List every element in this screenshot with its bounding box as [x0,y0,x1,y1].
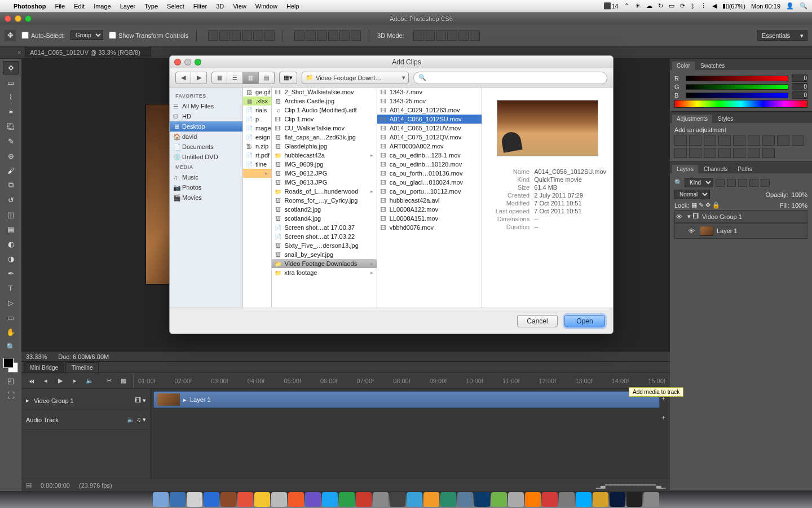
sidebar-item-photos[interactable]: 📷Photos [170,182,242,192]
folder-row[interactable]: 📁Roads_of_L…hunderwood▸ [272,187,376,196]
audio-track[interactable]: Audio Track🔈 ♫ ▾ [21,410,151,430]
adjustment-icon[interactable] [748,135,760,146]
sidebar-item-dvd[interactable]: 💿Untitled DVD [170,152,242,162]
sidebar-item-music[interactable]: ♫Music [170,172,242,182]
sidebar-item-hd[interactable]: ⛁HD [170,111,242,121]
file-row[interactable]: 🎞ca_ou_edinb…10128.mov [377,160,482,169]
file-row[interactable]: 🖼IMG_0612.JPG [272,169,376,178]
align-btn[interactable] [264,30,275,41]
layer-row[interactable]: 👁Layer 1 [674,223,807,239]
spotlight-icon[interactable]: 🔍 [800,2,807,10]
menu-type[interactable]: Type [144,3,158,10]
file-row[interactable]: 🎞ca_ou_portu…10112.mov [377,187,482,196]
adjustment-icon[interactable] [777,135,789,146]
color-swatch[interactable] [3,358,18,373]
prev-frame-button[interactable]: ◂ [41,376,51,386]
tab-timeline[interactable]: Timeline [65,362,99,373]
file-row[interactable]: 🎞ART0000A002.mov [377,142,482,151]
file-row[interactable]: ▸ [243,169,271,178]
shape-tool[interactable]: ▭ [3,310,19,324]
brush-tool[interactable]: 🖌 [3,164,19,177]
pen-tool[interactable]: ✒ [3,266,19,280]
menu-image[interactable]: Image [94,3,111,10]
file-row[interactable]: 🎞vbbhd0076.mov [377,223,482,232]
file-row[interactable]: 🎞2_Shot_Walkietalkie.mov [272,87,376,97]
dock-app-icon[interactable] [423,492,439,507]
file-row[interactable]: 📄p [243,115,271,124]
g-input[interactable] [792,83,807,90]
tab-layers[interactable]: Layers [672,165,698,173]
folder-row[interactable]: 📁Video Footage Downlaods▸ [272,259,376,268]
close-window-button[interactable] [5,15,11,22]
align-btn[interactable] [208,30,218,41]
move-tool[interactable]: ✥ [3,61,19,75]
show-transform-checkbox[interactable]: Show Transform Controls [109,32,188,39]
zoom-level[interactable]: 33.33% [26,353,47,360]
display-icon[interactable]: ▭ [669,2,674,10]
adjustment-icon[interactable] [733,148,745,158]
sidebar-item-movies[interactable]: 🎬Movies [170,192,242,203]
dodge-tool[interactable]: ◑ [3,252,19,265]
filter-icon[interactable] [761,179,770,187]
tab-paths[interactable]: Paths [733,165,757,173]
distribute-btn[interactable] [328,30,338,41]
volume-icon[interactable]: ◀ [712,2,717,10]
adjustment-icon[interactable] [718,148,731,158]
file-row[interactable]: 📄Screen shot…at 17.03.22 [272,232,376,241]
timeline-ruler[interactable]: 01:00f02:00f03:00f04:00f05:00f06:00f07:0… [133,373,665,388]
coverflow-view-button[interactable]: ▤ [259,72,275,84]
file-row[interactable]: ▦.xlsx [243,97,271,106]
dock-app-icon[interactable] [170,492,186,507]
dock-app-icon[interactable] [356,492,372,507]
file-row[interactable]: 🖼Sixty_Five_…derson13.jpg [272,241,376,250]
wifi-icon[interactable]: ⋮ [700,2,707,10]
bluetooth-icon[interactable]: ᛒ [691,3,695,10]
icon-view-button[interactable]: ▦ [211,72,227,84]
dock-app-icon[interactable] [237,492,253,507]
layer-group-row[interactable]: 👁▾ 🎞Video Group 1 [674,210,807,223]
file-row[interactable]: 🖼Archies Castle.jpg [272,97,376,106]
move-tool-icon[interactable]: ✥ [5,30,16,41]
next-frame-button[interactable]: ▸ [70,376,80,386]
path-select-tool[interactable]: ▷ [3,296,19,309]
adjustment-icon[interactable] [689,148,701,158]
sidebar-item-documents[interactable]: 📄Documents [170,142,242,152]
distribute-btn[interactable] [339,30,350,41]
video-clip[interactable]: ▸Layer 1 [153,391,660,408]
open-button[interactable]: Open [564,315,605,327]
hand-tool[interactable]: ✋ [3,325,19,339]
file-row[interactable]: 🎞A014_C056_1012SU.mov [377,115,482,124]
adjustment-icon[interactable] [718,135,731,146]
distribute-btn[interactable] [306,30,316,41]
document-tab[interactable]: ×A014_C065_1012UV @ 33.3% (RGB/8) [25,47,151,58]
file-row[interactable]: 📄esign [243,133,271,142]
adjustment-icon[interactable] [733,135,745,146]
path-dropdown[interactable]: 📁Video Footage Downl… [302,72,409,84]
dialog-close-button[interactable] [174,59,181,65]
close-tab-icon[interactable]: × [17,49,21,56]
dock-app-icon[interactable] [457,492,473,507]
auto-select-checkbox[interactable]: Auto-Select: [21,32,65,39]
dock-app-icon[interactable] [339,492,355,507]
dock-app-icon[interactable] [610,492,625,507]
dock-app-icon[interactable] [576,492,592,507]
video-group-track[interactable]: ▸Video Group 1🎞 ▾ [21,391,151,410]
timemachine-icon[interactable]: ⟳ [680,2,685,10]
dock-app-icon[interactable] [288,492,304,507]
minimize-window-button[interactable] [15,15,21,22]
filter-icon[interactable] [738,179,747,187]
gradient-tool[interactable]: ▤ [3,222,19,236]
file-row[interactable]: 🎞A014_C075_1012QV.mov [377,133,482,142]
quick-select-tool[interactable]: ✶ [3,105,19,119]
eyedropper-tool[interactable]: ✎ [3,134,19,148]
adjustment-icon[interactable] [704,148,716,158]
timeline-tracks-area[interactable]: ▸Layer 1 ＋ ＋ [151,389,670,479]
file-row[interactable]: 🎞1343-25.mov [377,97,482,106]
adjustment-icon[interactable] [762,135,775,146]
tab-color[interactable]: Color [672,62,695,70]
type-tool[interactable]: T [3,281,19,295]
dock-app-icon[interactable] [187,492,202,507]
dialog-zoom-button[interactable] [195,59,201,65]
dock-app-icon[interactable] [153,492,169,507]
user-icon[interactable]: 👤 [786,2,794,10]
